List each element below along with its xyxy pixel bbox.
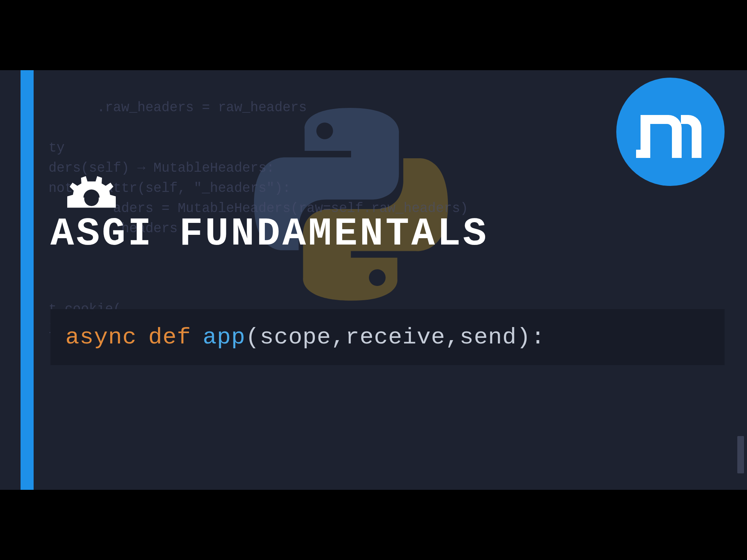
param-send: send — [459, 324, 517, 351]
scrollbar-thumb — [737, 436, 744, 473]
comma2: , — [445, 324, 459, 351]
param-scope: scope — [260, 324, 331, 351]
param-receive: receive — [345, 324, 445, 351]
thumbnail-title: ASGI FUNDAMENTALS — [50, 212, 489, 256]
comma1: , — [331, 324, 345, 351]
code-banner: async def app ( scope , receive , send )… — [50, 309, 725, 365]
brand-logo-m-icon — [633, 94, 708, 169]
rparen: ) — [517, 324, 531, 351]
content-area: .raw_headers = raw_headers ty ders(self)… — [0, 70, 747, 490]
function-name: app — [203, 324, 246, 351]
svg-point-0 — [84, 192, 99, 206]
svg-rect-3 — [636, 150, 646, 158]
lparen: ( — [245, 324, 260, 351]
brand-logo — [616, 78, 725, 186]
accent-bar — [21, 70, 34, 490]
thumbnail-frame: .raw_headers = raw_headers ty ders(self)… — [0, 0, 747, 560]
keyword-def: def — [148, 324, 191, 351]
gear-icon — [67, 175, 116, 208]
colon: : — [531, 324, 545, 351]
keyword-async: async — [65, 324, 137, 351]
